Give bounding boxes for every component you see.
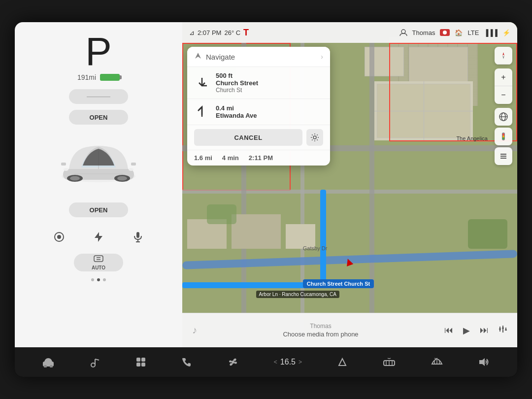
charge-label: ———— — [87, 93, 110, 100]
range-text: 191mi — [77, 73, 96, 81]
svg-point-28 — [502, 133, 504, 135]
globe-btn[interactable] — [495, 108, 512, 126]
main-area: P 191mi ———— OPEN — [15, 22, 517, 347]
svg-rect-53 — [141, 358, 145, 362]
svg-marker-22 — [502, 52, 504, 56]
svg-rect-15 — [136, 232, 139, 238]
circle-icon-btn[interactable] — [49, 227, 69, 247]
map-panel[interactable]: ▲ Church Street Church St Arbor Ln · Ran… — [182, 22, 517, 347]
mic-icon-btn[interactable] — [128, 227, 148, 247]
status-left: ⊿ 2:07 PM 26° C T — [189, 28, 249, 38]
taskbar-mirror[interactable] — [337, 357, 348, 367]
street-label: Church Street Church St — [303, 279, 374, 288]
taskbar-phone[interactable] — [181, 357, 192, 367]
auto-icon — [94, 255, 103, 264]
taskbar-volume[interactable] — [478, 357, 490, 367]
auto-button[interactable]: AUTO — [74, 254, 123, 271]
summary-arrival: 2:11 PM — [249, 154, 273, 162]
nav-step-1: 500 ft Church Street Church St — [187, 67, 330, 99]
music-track: Choose media from phone — [283, 331, 358, 338]
step1-info: 500 ft Church Street Church St — [216, 72, 323, 94]
svg-rect-55 — [141, 363, 145, 366]
status-right: Thomas 🏠 LTE ▐▐▐ ⚡ — [399, 29, 511, 36]
taskbar-music[interactable] — [90, 357, 100, 367]
svg-point-13 — [57, 235, 61, 239]
route-line-v — [320, 190, 326, 288]
cancel-button[interactable]: CANCEL — [194, 129, 302, 146]
taskbar-front-defrost[interactable] — [431, 357, 443, 367]
main-screen: P 191mi ———— OPEN — [15, 22, 517, 377]
svg-rect-18 — [94, 256, 103, 262]
svg-rect-54 — [136, 363, 140, 366]
taskbar-apps[interactable] — [135, 357, 146, 367]
step1-icon — [194, 75, 210, 91]
dot-2 — [97, 278, 100, 281]
music-controls: ⏮ ▶ ⏭ — [444, 325, 507, 336]
charge-button[interactable]: ———— — [69, 89, 128, 104]
svg-rect-8 — [131, 163, 136, 166]
settings-button[interactable] — [306, 129, 323, 146]
step2-distance: 0.4 mi — [216, 104, 323, 112]
temp-display: 26° C — [224, 29, 240, 36]
temp-value: 16.5 — [280, 358, 296, 366]
play-btn[interactable]: ▶ — [463, 325, 470, 336]
prev-track-btn[interactable]: ⏮ — [444, 325, 453, 335]
road-v-3 — [369, 42, 374, 347]
svg-marker-23 — [502, 56, 504, 59]
taskbar-temp[interactable]: < 16.5 > — [274, 358, 302, 366]
svg-point-29 — [502, 135, 504, 137]
angelica-label: The Angelica — [456, 135, 488, 141]
temp-right-arrow[interactable]: > — [299, 359, 302, 366]
traffic-btn[interactable] — [495, 128, 512, 145]
music-artist: Thomas — [310, 323, 331, 330]
step1-distance: 500 ft — [216, 72, 323, 79]
dot-1 — [91, 278, 94, 281]
top-open-button[interactable]: OPEN — [69, 110, 128, 125]
lightning-icon-btn[interactable] — [89, 227, 108, 247]
svg-point-30 — [502, 137, 504, 139]
navigate-label: Navigate — [206, 53, 321, 61]
step2-street: Etiwanda Ave — [216, 112, 323, 119]
compass-btn[interactable] — [495, 47, 512, 65]
svg-point-21 — [401, 30, 405, 33]
bottom-open-button[interactable]: OPEN — [69, 202, 128, 217]
icons-row — [49, 227, 148, 247]
nav-icon: ⊿ — [189, 29, 195, 36]
auto-label: AUTO — [92, 265, 105, 270]
dot-indicator — [91, 278, 106, 281]
svg-point-9 — [64, 168, 68, 171]
music-note-icon: ♪ — [192, 325, 197, 336]
svg-point-10 — [129, 168, 133, 171]
music-info: Thomas Choose media from phone — [205, 323, 436, 338]
temp-left-arrow[interactable]: < — [274, 359, 277, 366]
vegetation-3 — [468, 219, 507, 249]
layer-btn[interactable] — [495, 147, 512, 165]
status-bar: ⊿ 2:07 PM 26° C T Thomas 🏠 LTE ▐▐▐ ⚡ — [182, 22, 517, 43]
road-h-2 — [182, 190, 517, 194]
svg-point-3 — [70, 176, 80, 181]
svg-point-39 — [313, 136, 316, 139]
step2-icon — [194, 104, 210, 120]
nav-top-bar[interactable]: Navigate › — [187, 47, 330, 67]
svg-point-5 — [117, 176, 127, 181]
taskbar-fan[interactable] — [227, 356, 239, 368]
svg-line-51 — [95, 359, 99, 360]
zoom-in-btn[interactable]: + — [495, 68, 512, 86]
bldg-low-2 — [232, 214, 281, 249]
music-bar: ♪ Thomas Choose media from phone ⏮ ▶ ⏭ — [182, 313, 517, 347]
battery-bar — [100, 74, 120, 81]
nav-summary: 1.6 mi 4 min 2:11 PM — [187, 150, 330, 166]
svg-marker-34 — [195, 53, 201, 59]
taskbar-rear-defrost[interactable] — [383, 357, 396, 367]
car-svg — [54, 134, 143, 194]
nav-cancel-row: CANCEL — [187, 125, 330, 150]
taskbar-car[interactable] — [42, 357, 55, 367]
time-display: 2:07 PM — [198, 29, 221, 36]
eq-btn[interactable] — [499, 325, 507, 336]
record-btn[interactable] — [440, 29, 450, 36]
step1-street: Church Street — [216, 79, 323, 87]
next-track-btn[interactable]: ⏭ — [480, 325, 489, 335]
nav-card: Navigate › 500 ft Church Street Church S… — [187, 47, 330, 166]
bluetooth-icon: ⚡ — [502, 29, 510, 36]
zoom-out-btn[interactable]: − — [495, 86, 512, 104]
